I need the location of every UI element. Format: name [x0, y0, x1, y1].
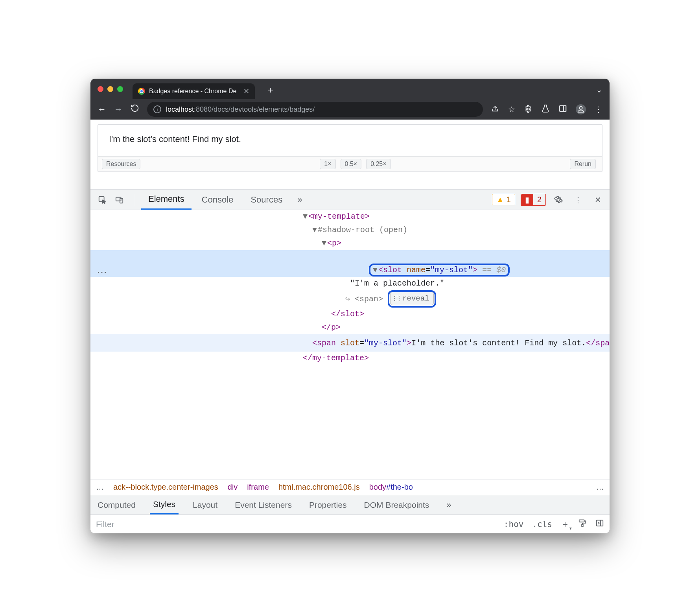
cls-toggle[interactable]: .cls — [532, 520, 552, 529]
close-window-button[interactable] — [98, 86, 103, 92]
computed-sidebar-toggle-icon[interactable] — [595, 519, 604, 530]
site-info-icon[interactable]: i — [153, 105, 161, 113]
menu-icon[interactable]: ⋮ — [595, 105, 602, 114]
extensions-icon[interactable] — [524, 104, 532, 115]
reveal-badge[interactable]: reveal — [390, 292, 433, 305]
errors-count: 2 — [533, 194, 545, 205]
device-toolbar-icon[interactable] — [112, 193, 127, 207]
tab-sources[interactable]: Sources — [243, 190, 289, 210]
devtools-menu-icon[interactable]: ⋮ — [571, 193, 585, 207]
labs-icon[interactable] — [541, 104, 550, 115]
browser-tab[interactable]: Badges reference - Chrome De ✕ — [133, 83, 255, 99]
warnings-badge[interactable]: ▲ 1 — [492, 194, 515, 205]
subtab-dom-breakpoints[interactable]: DOM Breakpoints — [361, 495, 433, 514]
url-text: localhost:8080/docs/devtools/elements/ba… — [166, 105, 315, 114]
svg-rect-1 — [564, 105, 566, 111]
new-style-rule-icon[interactable]: ＋ — [561, 518, 569, 530]
panel-icon[interactable] — [558, 104, 567, 115]
page-viewport: I'm the slot's content! Find my slot. Re… — [90, 120, 610, 172]
inspect-element-icon[interactable] — [95, 193, 109, 207]
svg-rect-8 — [597, 520, 603, 526]
window-chevron-icon[interactable]: ⌄ — [596, 85, 602, 94]
tree-node[interactable]: </p> — [322, 323, 341, 332]
zoom-1x-button[interactable]: 1× — [320, 159, 335, 169]
svg-rect-0 — [560, 105, 566, 111]
subtab-event-listeners[interactable]: Event Listeners — [232, 495, 295, 514]
zoom-025x-button[interactable]: 0.25× — [366, 159, 391, 169]
reveal-badge-icon — [394, 296, 400, 301]
address-bar[interactable]: i localhost:8080/docs/devtools/elements/… — [147, 102, 483, 117]
more-subtabs-icon[interactable]: » — [446, 500, 451, 510]
close-devtools-icon[interactable]: ✕ — [591, 193, 605, 207]
styles-filter-bar: Filter :hov .cls ＋ — [90, 514, 610, 533]
warning-icon: ▲ — [496, 195, 504, 204]
svg-rect-6 — [579, 520, 584, 522]
profile-avatar-icon[interactable] — [576, 104, 586, 114]
error-icon: ▮ — [525, 195, 529, 205]
shadow-root-label[interactable]: #shadow-root (open) — [318, 225, 407, 234]
breadcrumb-item[interactable]: iframe — [247, 483, 269, 492]
elements-breadcrumb[interactable]: … ack--block.type.center-images div ifra… — [90, 479, 610, 495]
reload-button[interactable] — [131, 104, 139, 115]
tab-elements[interactable]: Elements — [141, 190, 192, 210]
close-tab-icon[interactable]: ✕ — [243, 87, 249, 96]
breadcrumb-item[interactable]: ack--block.type.center-images — [113, 483, 218, 492]
new-tab-button[interactable]: ＋ — [266, 83, 275, 96]
breadcrumb-scroll-right-icon[interactable]: … — [596, 483, 604, 492]
share-icon[interactable] — [491, 104, 499, 115]
styles-filter-input[interactable]: Filter — [96, 520, 495, 529]
tab-console[interactable]: Console — [195, 190, 241, 210]
browser-toolbar: ← → i localhost:8080/docs/devtools/eleme… — [90, 99, 610, 120]
maximize-window-button[interactable] — [117, 86, 123, 92]
settings-icon[interactable] — [551, 193, 566, 207]
svg-point-2 — [579, 107, 582, 109]
tree-node[interactable]: </my-template> — [303, 354, 369, 363]
demo-card: I'm the slot's content! Find my slot. Re… — [98, 124, 602, 172]
zoom-05x-button[interactable]: 0.5× — [341, 159, 362, 169]
rerun-button[interactable]: Rerun — [570, 159, 596, 169]
tab-title: Badges reference - Chrome De — [149, 88, 236, 95]
more-tabs-icon[interactable]: » — [293, 195, 307, 205]
subtab-styles[interactable]: Styles — [150, 495, 179, 514]
gutter-ellipsis-icon[interactable]: ⋯ — [97, 264, 107, 281]
devtools-panel: Elements Console Sources » ▲ 1 ▮ 2 ⋮ ✕ — [90, 189, 610, 533]
svg-rect-7 — [582, 524, 583, 526]
breadcrumb-item[interactable]: body#the-bo — [369, 483, 413, 492]
linked-span[interactable]: <span> — [355, 295, 383, 304]
subtab-properties[interactable]: Properties — [306, 495, 350, 514]
divider — [134, 194, 134, 206]
tree-node[interactable]: </slot> — [331, 310, 364, 319]
chrome-favicon-icon — [138, 88, 145, 95]
span-slot-row[interactable]: <span slot="my-slot">I'm the slot's cont… — [90, 334, 610, 352]
styles-subtabs: Computed Styles Layout Event Listeners P… — [90, 495, 610, 514]
errors-badge[interactable]: ▮ 2 — [521, 194, 546, 206]
bookmark-icon[interactable]: ☆ — [508, 105, 515, 114]
text-node[interactable]: "I'm a placeholder." — [350, 279, 444, 288]
breadcrumb-scroll-left-icon[interactable]: … — [96, 483, 104, 492]
minimize-window-button[interactable] — [107, 86, 113, 92]
resources-button[interactable]: Resources — [102, 159, 140, 169]
selected-node-row[interactable]: ⋯ ▼<slot name="my-slot"> == $0 — [90, 250, 610, 277]
warnings-count: 1 — [507, 195, 511, 204]
devtools-header: Elements Console Sources » ▲ 1 ▮ 2 ⋮ ✕ — [90, 190, 610, 210]
paint-format-icon[interactable] — [578, 519, 587, 530]
window-titlebar: Badges reference - Chrome De ✕ ＋ ⌄ — [90, 79, 610, 99]
forward-button[interactable]: → — [114, 104, 123, 114]
back-button[interactable]: ← — [98, 104, 106, 114]
traffic-lights — [98, 86, 123, 92]
tree-node[interactable]: <my-template> — [308, 212, 370, 221]
demo-footer: Resources 1× 0.5× 0.25× Rerun — [98, 156, 602, 171]
elements-tree[interactable]: ▼<my-template> ▼#shadow-root (open) ▼<p>… — [90, 210, 610, 479]
breadcrumb-item[interactable]: div — [228, 483, 238, 492]
hov-toggle[interactable]: :hov — [504, 520, 524, 529]
subtab-layout[interactable]: Layout — [190, 495, 221, 514]
breadcrumb-item[interactable]: html.mac.chrome106.js — [278, 483, 360, 492]
subtab-computed[interactable]: Computed — [94, 495, 139, 514]
demo-content: I'm the slot's content! Find my slot. — [98, 125, 602, 156]
tree-node[interactable]: <p> — [327, 239, 341, 248]
